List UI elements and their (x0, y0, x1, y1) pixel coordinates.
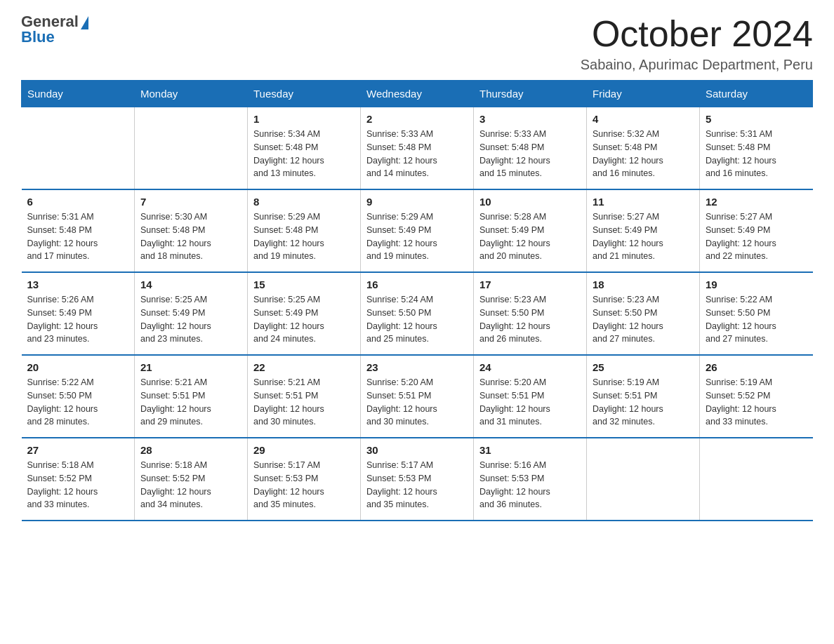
day-number: 10 (479, 196, 581, 208)
day-info: Sunrise: 5:22 AMSunset: 5:50 PMDaylight:… (706, 293, 807, 346)
day-cell: 19Sunrise: 5:22 AMSunset: 5:50 PMDayligh… (700, 272, 813, 355)
day-number: 7 (140, 196, 241, 208)
day-info: Sunrise: 5:29 AMSunset: 5:49 PMDaylight:… (366, 210, 468, 263)
day-cell: 31Sunrise: 5:16 AMSunset: 5:53 PMDayligh… (474, 438, 587, 521)
day-info: Sunrise: 5:23 AMSunset: 5:50 PMDaylight:… (593, 293, 694, 346)
day-cell (135, 107, 248, 190)
day-info: Sunrise: 5:25 AMSunset: 5:49 PMDaylight:… (140, 293, 241, 346)
day-number: 24 (479, 361, 581, 373)
week-row-4: 20Sunrise: 5:22 AMSunset: 5:50 PMDayligh… (22, 355, 813, 438)
day-cell: 29Sunrise: 5:17 AMSunset: 5:53 PMDayligh… (248, 438, 361, 521)
day-cell: 27Sunrise: 5:18 AMSunset: 5:52 PMDayligh… (22, 438, 135, 521)
day-info: Sunrise: 5:21 AMSunset: 5:51 PMDaylight:… (253, 376, 355, 429)
day-number: 28 (140, 444, 241, 456)
day-info: Sunrise: 5:21 AMSunset: 5:51 PMDaylight:… (140, 376, 241, 429)
location-title: Sabaino, Apurimac Department, Peru (581, 57, 813, 73)
day-number: 29 (253, 444, 355, 456)
day-cell: 5Sunrise: 5:31 AMSunset: 5:48 PMDaylight… (700, 107, 813, 190)
day-info: Sunrise: 5:20 AMSunset: 5:51 PMDaylight:… (366, 376, 468, 429)
day-number: 9 (366, 196, 468, 208)
day-number: 26 (706, 361, 807, 373)
day-number: 6 (27, 196, 129, 208)
day-number: 18 (593, 279, 694, 290)
day-number: 1 (253, 113, 355, 125)
logo: General Blue (21, 14, 88, 45)
day-info: Sunrise: 5:34 AMSunset: 5:48 PMDaylight:… (253, 128, 355, 180)
day-cell: 13Sunrise: 5:26 AMSunset: 5:49 PMDayligh… (22, 272, 135, 355)
month-title: October 2024 (581, 14, 813, 54)
day-info: Sunrise: 5:33 AMSunset: 5:48 PMDaylight:… (479, 128, 581, 180)
week-row-3: 13Sunrise: 5:26 AMSunset: 5:49 PMDayligh… (22, 272, 813, 355)
day-number: 21 (140, 361, 241, 373)
day-info: Sunrise: 5:26 AMSunset: 5:49 PMDaylight:… (27, 293, 129, 346)
day-info: Sunrise: 5:17 AMSunset: 5:53 PMDaylight:… (253, 459, 355, 511)
week-row-1: 1Sunrise: 5:34 AMSunset: 5:48 PMDaylight… (22, 107, 813, 190)
day-cell: 3Sunrise: 5:33 AMSunset: 5:48 PMDaylight… (474, 107, 587, 190)
day-cell: 4Sunrise: 5:32 AMSunset: 5:48 PMDaylight… (587, 107, 700, 190)
day-info: Sunrise: 5:31 AMSunset: 5:48 PMDaylight:… (27, 210, 129, 263)
page-header: General Blue October 2024 Sabaino, Apuri… (21, 14, 813, 73)
header-row: SundayMondayTuesdayWednesdayThursdayFrid… (22, 81, 813, 107)
day-number: 13 (27, 279, 129, 290)
header-cell-tuesday: Tuesday (248, 81, 361, 107)
day-cell: 22Sunrise: 5:21 AMSunset: 5:51 PMDayligh… (248, 355, 361, 438)
day-cell: 9Sunrise: 5:29 AMSunset: 5:49 PMDaylight… (361, 189, 474, 272)
day-cell (700, 438, 813, 521)
calendar-table: SundayMondayTuesdayWednesdayThursdayFrid… (21, 80, 813, 521)
day-number: 31 (479, 444, 581, 456)
header-cell-friday: Friday (587, 81, 700, 107)
day-info: Sunrise: 5:24 AMSunset: 5:50 PMDaylight:… (366, 293, 468, 346)
header-cell-thursday: Thursday (474, 81, 587, 107)
header-cell-monday: Monday (135, 81, 248, 107)
day-cell: 23Sunrise: 5:20 AMSunset: 5:51 PMDayligh… (361, 355, 474, 438)
day-number: 14 (140, 279, 241, 290)
day-cell: 18Sunrise: 5:23 AMSunset: 5:50 PMDayligh… (587, 272, 700, 355)
day-cell (22, 107, 135, 190)
calendar-body: 1Sunrise: 5:34 AMSunset: 5:48 PMDaylight… (22, 107, 813, 521)
day-info: Sunrise: 5:28 AMSunset: 5:49 PMDaylight:… (479, 210, 581, 263)
week-row-2: 6Sunrise: 5:31 AMSunset: 5:48 PMDaylight… (22, 189, 813, 272)
day-cell: 30Sunrise: 5:17 AMSunset: 5:53 PMDayligh… (361, 438, 474, 521)
day-cell: 2Sunrise: 5:33 AMSunset: 5:48 PMDaylight… (361, 107, 474, 190)
day-number: 11 (593, 196, 694, 208)
day-info: Sunrise: 5:27 AMSunset: 5:49 PMDaylight:… (706, 210, 807, 263)
day-number: 16 (366, 279, 468, 290)
day-number: 4 (593, 113, 694, 125)
day-number: 30 (366, 444, 468, 456)
day-cell: 10Sunrise: 5:28 AMSunset: 5:49 PMDayligh… (474, 189, 587, 272)
day-info: Sunrise: 5:22 AMSunset: 5:50 PMDaylight:… (27, 376, 129, 429)
day-number: 12 (706, 196, 807, 208)
day-number: 2 (366, 113, 468, 125)
day-cell: 6Sunrise: 5:31 AMSunset: 5:48 PMDaylight… (22, 189, 135, 272)
day-info: Sunrise: 5:20 AMSunset: 5:51 PMDaylight:… (479, 376, 581, 429)
title-block: October 2024 Sabaino, Apurimac Departmen… (581, 14, 813, 73)
header-cell-saturday: Saturday (700, 81, 813, 107)
day-number: 25 (593, 361, 694, 373)
day-number: 3 (479, 113, 581, 125)
day-cell: 21Sunrise: 5:21 AMSunset: 5:51 PMDayligh… (135, 355, 248, 438)
day-cell: 16Sunrise: 5:24 AMSunset: 5:50 PMDayligh… (361, 272, 474, 355)
day-number: 19 (706, 279, 807, 290)
day-info: Sunrise: 5:31 AMSunset: 5:48 PMDaylight:… (706, 128, 807, 180)
day-number: 5 (706, 113, 807, 125)
day-cell: 14Sunrise: 5:25 AMSunset: 5:49 PMDayligh… (135, 272, 248, 355)
day-number: 22 (253, 361, 355, 373)
day-number: 17 (479, 279, 581, 290)
day-info: Sunrise: 5:25 AMSunset: 5:49 PMDaylight:… (253, 293, 355, 346)
day-info: Sunrise: 5:18 AMSunset: 5:52 PMDaylight:… (140, 459, 241, 511)
day-cell: 1Sunrise: 5:34 AMSunset: 5:48 PMDaylight… (248, 107, 361, 190)
day-info: Sunrise: 5:27 AMSunset: 5:49 PMDaylight:… (593, 210, 694, 263)
day-info: Sunrise: 5:23 AMSunset: 5:50 PMDaylight:… (479, 293, 581, 346)
day-cell: 25Sunrise: 5:19 AMSunset: 5:51 PMDayligh… (587, 355, 700, 438)
day-number: 8 (253, 196, 355, 208)
day-cell: 20Sunrise: 5:22 AMSunset: 5:50 PMDayligh… (22, 355, 135, 438)
day-cell: 28Sunrise: 5:18 AMSunset: 5:52 PMDayligh… (135, 438, 248, 521)
week-row-5: 27Sunrise: 5:18 AMSunset: 5:52 PMDayligh… (22, 438, 813, 521)
day-number: 15 (253, 279, 355, 290)
day-info: Sunrise: 5:29 AMSunset: 5:48 PMDaylight:… (253, 210, 355, 263)
day-info: Sunrise: 5:30 AMSunset: 5:48 PMDaylight:… (140, 210, 241, 263)
day-info: Sunrise: 5:16 AMSunset: 5:53 PMDaylight:… (479, 459, 581, 511)
day-cell: 11Sunrise: 5:27 AMSunset: 5:49 PMDayligh… (587, 189, 700, 272)
logo-line2: Blue (21, 29, 88, 45)
day-number: 20 (27, 361, 129, 373)
